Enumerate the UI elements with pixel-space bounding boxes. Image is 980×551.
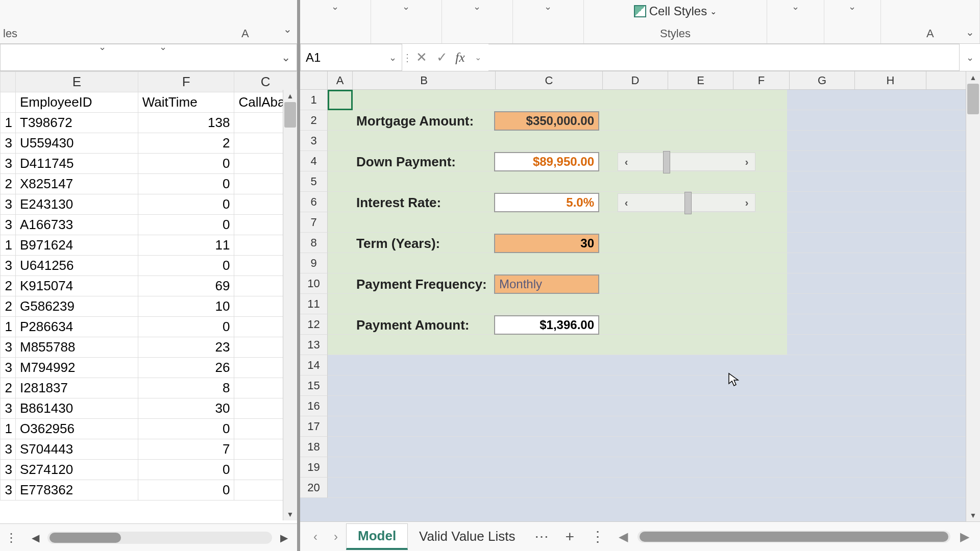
cell[interactable]: B971624 [16,235,138,256]
row-header[interactable]: 16 [300,396,328,416]
col-header[interactable]: F [138,72,234,92]
slider-left-icon[interactable]: ‹ [618,156,634,168]
row-header[interactable]: 20 [300,478,328,498]
col-header[interactable]: D [603,71,668,89]
row-header[interactable]: 15 [300,375,328,396]
chevron-down-icon[interactable]: ⌄ [389,52,397,63]
payment-frequency-cell[interactable]: Monthly [494,274,599,294]
row-header[interactable]: 1 [300,90,328,110]
cell[interactable]: 138 [138,113,234,133]
cell[interactable]: 10 [138,296,234,317]
select-all-corner[interactable] [300,71,328,89]
chevron-down-icon[interactable]: ⌄ [331,1,339,12]
cell[interactable]: K915074 [16,276,138,296]
cell[interactable]: 0 [138,480,234,500]
cell[interactable]: 7 [138,439,234,460]
left-namebox[interactable]: ⌄ [0,44,297,71]
row-header[interactable]: 3 [300,131,328,151]
right-grid[interactable]: ABCDEFGH 1234567891011121314151617181920… [300,71,980,521]
chevron-down-icon[interactable]: ⌄ [960,52,980,63]
sheet-tab-model[interactable]: Model [346,523,408,550]
scrollbar-thumb[interactable] [284,102,296,128]
more-icon[interactable]: ⋮ [582,528,613,545]
chevron-down-icon[interactable]: ⌄ [281,51,290,64]
scroll-left-icon[interactable]: ◀ [613,530,633,544]
cell[interactable]: 3 [1,133,16,154]
row-header[interactable]: 18 [300,437,328,457]
cell[interactable]: E243130 [16,194,138,215]
slider-right-icon[interactable]: › [739,197,755,209]
slider-thumb[interactable] [684,192,692,214]
chevron-down-icon[interactable]: ⌄ [159,41,167,53]
cell[interactable]: 2 [1,276,16,296]
col-header[interactable]: A [328,71,353,89]
cell[interactable]: I281837 [16,378,138,398]
col-header[interactable]: B [353,71,496,89]
cell[interactable]: 2 [1,378,16,398]
row-header[interactable]: 7 [300,212,328,233]
slider-thumb[interactable] [663,151,670,173]
cell[interactable]: 1 [1,317,16,337]
enter-icon[interactable]: ✓ [432,49,452,65]
cell[interactable]: M794992 [16,358,138,378]
fx-icon[interactable]: fx [452,50,468,65]
cell[interactable]: X825147 [16,174,138,194]
row-header[interactable]: 4 [300,151,328,171]
cell[interactable]: 2 [138,133,234,154]
down-payment-slider[interactable]: ‹ › [618,153,755,171]
cell[interactable]: 3 [1,358,16,378]
header-cell[interactable]: WaitTime [138,92,234,113]
chevron-down-icon[interactable]: ⌄ [544,1,552,12]
row-header[interactable]: 12 [300,314,328,335]
cell[interactable]: B861430 [16,398,138,419]
row-header[interactable]: 2 [300,110,328,131]
cell[interactable]: 1 [1,113,16,133]
cancel-icon[interactable]: ✕ [411,49,432,65]
cell[interactable]: T398672 [16,113,138,133]
row-header[interactable]: 14 [300,355,328,375]
cell[interactable]: 2 [1,296,16,317]
row-header[interactable]: 6 [300,192,328,212]
cell[interactable]: 3 [1,398,16,419]
cell[interactable]: 23 [138,337,234,358]
interest-rate-slider[interactable]: ‹ › [618,193,755,212]
vertical-scrollbar[interactable]: ▲ ▼ [966,71,980,521]
col-header[interactable]: C [234,72,297,92]
cell[interactable]: 3 [1,337,16,358]
cell[interactable]: A166733 [16,215,138,235]
cell[interactable]: S274120 [16,460,138,480]
sheet-tab-valid-value-lists[interactable]: Valid Value Lists [408,524,526,548]
chevron-down-icon[interactable]: ⌄ [402,1,410,12]
row-header[interactable]: 19 [300,457,328,478]
header-cell[interactable]: EmployeeID [16,92,138,113]
add-sheet-icon[interactable]: + [557,528,582,545]
cell[interactable]: 0 [138,256,234,276]
cell[interactable]: 0 [138,154,234,174]
cell[interactable]: 1 [1,235,16,256]
more-icon[interactable]: ⋮ [5,531,17,545]
row-header[interactable]: 5 [300,171,328,192]
chevron-down-icon[interactable]: ⌄ [99,41,106,53]
cell-styles-button[interactable]: Cell Styles ⌄ [634,4,717,18]
cell[interactable]: U641256 [16,256,138,276]
cell[interactable]: P286634 [16,317,138,337]
cell[interactable]: M855788 [16,337,138,358]
chevron-down-icon[interactable]: ⌄ [792,1,799,12]
cell[interactable]: 3 [1,194,16,215]
col-header[interactable]: H [855,71,926,89]
cell[interactable]: 1 [1,419,16,439]
row-header[interactable]: 8 [300,233,328,253]
chevron-down-icon[interactable]: ⌄ [473,1,481,12]
cell[interactable]: 3 [1,256,16,276]
scrollbar-thumb[interactable] [967,84,979,114]
down-payment-cell[interactable]: $89,950.00 [494,152,599,171]
cell[interactable]: 0 [138,419,234,439]
horizontal-scrollbar[interactable] [47,532,272,544]
chevron-down-icon[interactable]: ⌄ [848,1,856,12]
cell[interactable]: 0 [138,174,234,194]
scroll-down-icon[interactable]: ▼ [283,508,297,520]
row-header[interactable]: 11 [300,294,328,314]
cell[interactable]: 3 [1,480,16,500]
cell[interactable]: 0 [138,317,234,337]
cell[interactable]: 69 [138,276,234,296]
